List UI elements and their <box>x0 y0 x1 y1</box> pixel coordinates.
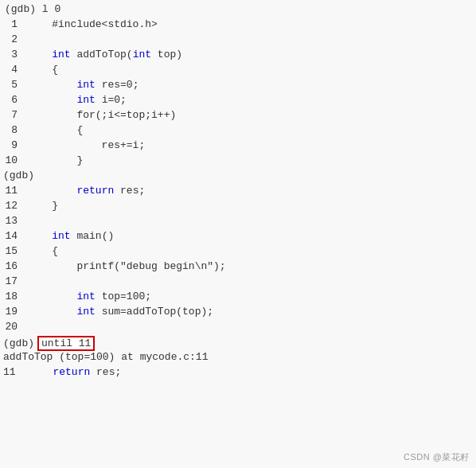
gdb-prompt-1: (gdb) <box>0 170 476 185</box>
code-line-12: 12 } <box>0 200 476 215</box>
code-line-15: 15 { <box>0 245 476 260</box>
code-line-10: 10 } <box>0 154 476 170</box>
code-area: (gdb) l 0 1 #include<stdio.h> 2 3 int ad… <box>0 3 476 381</box>
code-line-18: 18 int top=100; <box>0 291 476 306</box>
code-line-11: 11 return res; <box>0 185 476 200</box>
until-command: until 11 <box>37 336 95 351</box>
code-line-2: 2 <box>0 33 476 49</box>
gdb-list-command: (gdb) l 0 <box>0 3 476 18</box>
code-line-4: 4 { <box>0 64 476 79</box>
gdb-prompt-2: (gdb) until 11 <box>0 336 476 351</box>
code-line-20: 20 <box>0 321 476 336</box>
code-line-9: 9 res+=i; <box>0 139 476 154</box>
code-line-5: 5 int res=0; <box>0 79 476 94</box>
terminal: (gdb) l 0 1 #include<stdio.h> 2 3 int ad… <box>0 0 476 468</box>
code-line-3: 3 int addToTop(int top) <box>0 49 476 64</box>
watermark: CSDN @菜花籽 <box>404 451 470 463</box>
code-line-19: 19 int sum=addToTop(top); <box>0 306 476 321</box>
return-res-line: 11 return res; <box>0 366 476 381</box>
code-line-17: 17 <box>0 275 476 291</box>
code-line-16: 16 printf("debug begin\n"); <box>0 260 476 275</box>
code-line-14: 14 int main() <box>0 230 476 245</box>
code-line-8: 8 { <box>0 124 476 139</box>
code-line-6: 6 int i=0; <box>0 94 476 109</box>
code-line-7: 7 for(;i<=top;i++) <box>0 109 476 124</box>
code-line-13: 13 <box>0 215 476 230</box>
addToTop-result-line: addToTop (top=100) at mycode.c:11 <box>0 351 476 366</box>
code-line-1: 1 #include<stdio.h> <box>0 18 476 33</box>
gdb-prompt-0: (gdb) <box>3 3 36 15</box>
